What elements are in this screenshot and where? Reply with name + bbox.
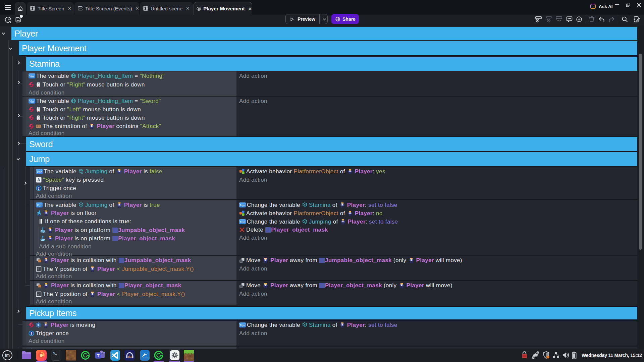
svg-text:T: T bbox=[97, 353, 100, 358]
